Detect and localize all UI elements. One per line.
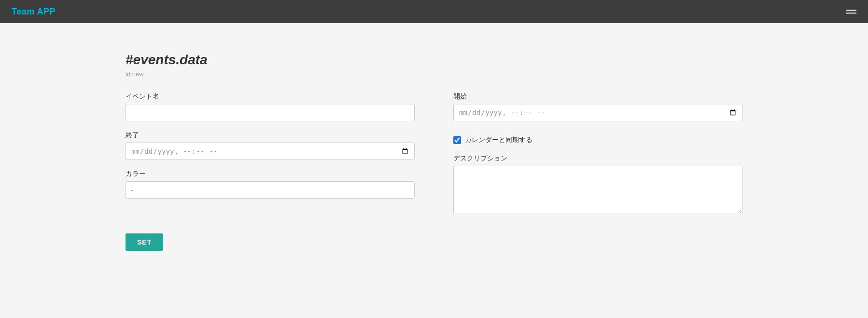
description-label: デスクリプション (453, 154, 742, 163)
app-header: Team APP (0, 0, 868, 23)
sync-calendar-checkbox[interactable] (453, 136, 461, 144)
form-left-column: イベント名 終了 カラー - (126, 92, 415, 214)
menu-icon[interactable] (846, 10, 856, 14)
event-name-group: イベント名 (126, 92, 415, 121)
event-name-input[interactable] (126, 104, 415, 121)
form-grid: イベント名 終了 カラー - 開始 (126, 92, 742, 214)
start-date-input[interactable] (453, 104, 742, 121)
page-title: #events.data (126, 52, 742, 68)
form-right-column: 開始 カレンダーと同期する デスクリプション (453, 92, 742, 214)
sync-calendar-group: カレンダーと同期する (453, 136, 742, 145)
start-date-label: 開始 (453, 92, 742, 101)
main-content: #events.data id:new イベント名 終了 カラー - (0, 23, 868, 280)
color-select[interactable]: - (126, 181, 415, 199)
color-label: カラー (126, 170, 415, 178)
description-group: デスクリプション (453, 154, 742, 214)
end-date-input[interactable] (126, 143, 415, 160)
event-name-label: イベント名 (126, 92, 415, 101)
color-group: カラー - (126, 170, 415, 199)
end-date-group: 終了 (126, 131, 415, 160)
end-date-label: 終了 (126, 131, 415, 140)
app-title: Team APP (12, 7, 56, 17)
description-textarea[interactable] (453, 166, 742, 214)
page-subtitle: id:new (126, 71, 742, 78)
sync-calendar-label[interactable]: カレンダーと同期する (465, 136, 532, 145)
start-date-group: 開始 (453, 92, 742, 121)
set-button[interactable]: SET (126, 233, 163, 251)
